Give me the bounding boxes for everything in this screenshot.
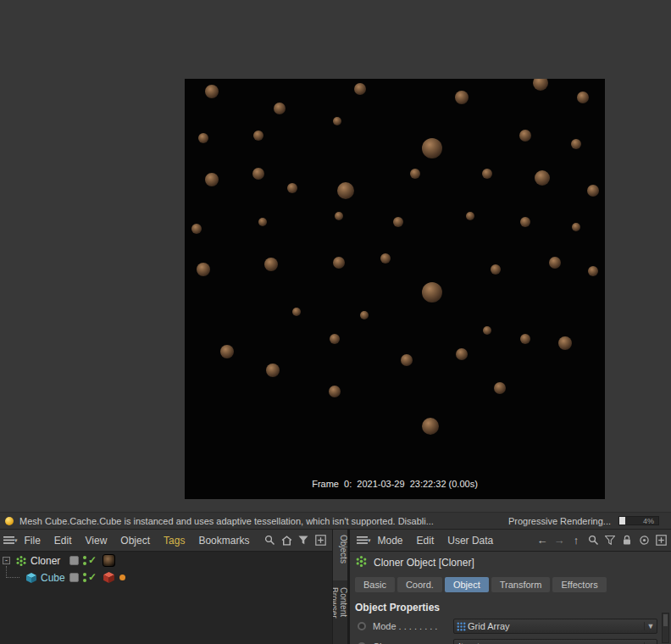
rendered-sphere [380,253,391,264]
om-menu-view[interactable]: View [79,535,114,547]
tree-row-cube[interactable]: Cube ✓ [0,569,332,586]
rendered-sphere [335,212,343,220]
scrollbar-thumb[interactable] [663,614,668,626]
mode-dropdown[interactable]: Grid Array ▼ [453,619,657,634]
rendered-sphere [197,263,210,276]
am-menu-edit[interactable]: Edit [410,535,441,547]
om-menu-bookmarks[interactable]: Bookmarks [191,535,256,547]
add-box-icon[interactable] [312,533,329,548]
attribute-manager-menubar: ▾ Mode Edit User Data ← → ↑ [350,530,671,552]
am-menu-user-data[interactable]: User Data [441,535,500,547]
rendered-sphere [258,218,267,226]
back-arrow-icon[interactable]: ← [534,533,551,548]
rendered-sphere [191,224,202,234]
rendered-sphere [252,168,264,180]
tab-coord[interactable]: Coord. [397,577,442,592]
rendered-sphere [337,182,354,199]
layer-chip[interactable] [69,573,79,582]
om-menu-edit[interactable]: Edit [47,535,79,547]
rendered-sphere [456,348,468,360]
rendered-sphere [360,311,369,319]
om-menu-tags[interactable]: Tags [157,535,191,547]
object-manager-panel: ▾ File Edit View Object Tags Bookmarks [0,530,347,644]
progress-fill [619,517,625,525]
filter-icon[interactable] [295,533,312,548]
rendered-sphere [491,264,501,275]
polygon-cube-tag-icon[interactable] [103,571,115,587]
add-box-icon[interactable] [652,533,669,548]
rendered-sphere [330,334,340,344]
tree-row-cloner[interactable]: - Cloner ✓ [0,552,332,569]
cloner-object-icon [355,555,368,571]
rendered-sphere [287,183,297,193]
attribute-scrollbar[interactable] [662,613,669,643]
tree-label-cube[interactable]: Cube [41,572,65,584]
bottom-managers: ▾ File Edit View Object Tags Bookmarks [0,530,671,644]
property-row-clones: Clones Iterate ▼ [350,636,671,644]
material-tag-thumbnail[interactable] [103,554,115,567]
mode-value: Grid Array [468,621,510,631]
enabled-check-icon[interactable]: ✓ [88,571,97,583]
tree-expander-icon[interactable]: - [3,557,10,564]
up-arrow-icon[interactable]: ↑ [568,533,585,548]
rendered-sphere [520,334,530,344]
warning-dot-icon [5,517,14,525]
rendered-sphere [220,345,234,358]
rendered-sphere [533,79,548,91]
grid-array-icon [454,619,468,634]
attribute-tabs: Basic Coord. Object Transform Effectors [350,574,671,596]
rendered-sphere [274,103,286,114]
clones-dropdown[interactable]: Iterate ▼ [453,639,657,644]
rendered-sphere [587,185,599,197]
om-menu-file[interactable]: File [18,535,47,547]
attribute-manager-panel: ▾ Mode Edit User Data ← → ↑ [350,530,671,644]
rendered-sphere [535,170,550,186]
rendered-sphere [253,130,263,141]
render-progress-bar: 4% [618,516,659,525]
tab-objects[interactable]: Objects [333,530,348,580]
status-bar: Mesh Cube.Cache.Cube is instanced and us… [0,512,671,530]
search-icon[interactable] [261,533,278,548]
focus-target-icon[interactable] [635,533,652,548]
tree-branch-line [6,566,19,578]
rendered-sphere [558,336,572,350]
rendered-sphere [422,418,439,435]
filter-icon[interactable] [602,533,618,548]
progress-percent: 4% [643,517,654,525]
tab-effectors[interactable]: Effectors [552,577,606,592]
rendered-sphere [205,85,219,98]
frame-info-label: Frame 0: 2021-03-29 23:22:32 (0.00s) [185,479,605,489]
tab-basic[interactable]: Basic [355,577,395,592]
rendered-sphere [354,83,366,95]
am-menu-mode[interactable]: Mode [371,535,410,547]
search-icon[interactable] [585,533,602,548]
render-visibility-dot[interactable] [83,579,86,582]
chevron-down-icon: ▼ [644,622,657,630]
rendered-sphere [266,364,280,377]
tab-transform[interactable]: Transform [491,577,551,592]
lock-icon[interactable] [618,533,635,548]
home-icon[interactable] [278,533,295,548]
render-viewport[interactable]: Frame 0: 2021-03-29 23:22:32 (0.00s) [185,79,605,499]
cube-object-icon[interactable] [25,572,37,587]
rendered-sphere [572,223,580,231]
rendered-sphere [264,258,278,271]
rendered-sphere [422,282,442,303]
tab-content-browser[interactable]: Content Browser [333,582,348,644]
render-visibility-dot[interactable] [83,562,86,565]
rendered-sphere [198,133,208,143]
rendered-sphere [455,91,469,104]
editor-visibility-dot[interactable] [83,556,86,559]
tab-object[interactable]: Object [445,577,489,592]
layer-chip[interactable] [69,556,79,565]
phong-tag-dot-icon[interactable] [119,575,125,580]
forward-arrow-icon[interactable]: → [551,533,568,548]
om-menu-object[interactable]: Object [114,535,157,547]
editor-visibility-dot[interactable] [83,573,86,576]
rendered-sphere [483,326,491,335]
keyframe-circle-icon[interactable] [358,622,366,630]
enabled-check-icon[interactable]: ✓ [88,554,97,566]
rendered-sphere [577,92,589,103]
rendered-sphere [393,217,403,227]
tree-label-cloner[interactable]: Cloner [30,555,60,567]
